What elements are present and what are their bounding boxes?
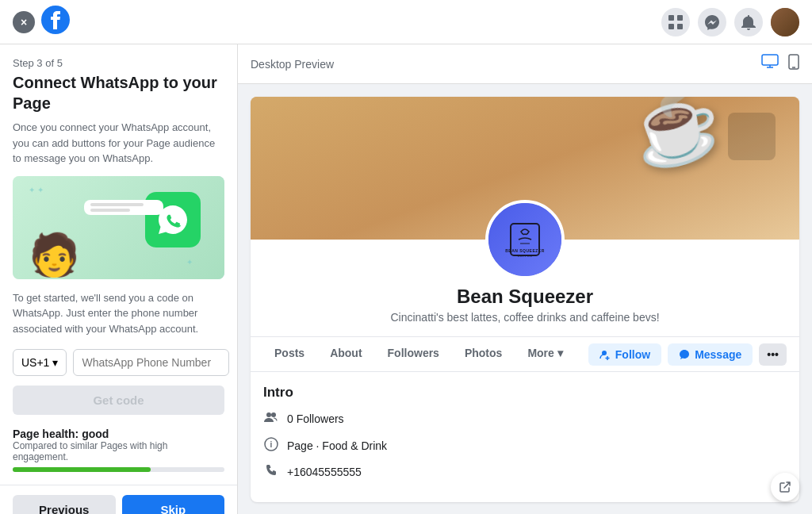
preview-header: Desktop Preview (238, 44, 812, 84)
nav-posts[interactable]: Posts (263, 337, 316, 371)
external-link-button[interactable] (771, 473, 799, 501)
user-avatar[interactable] (771, 8, 799, 36)
health-description: Compared to similar Pages with high enga… (13, 440, 224, 462)
followers-count-item: 0 Followers (263, 410, 787, 428)
nav-followers[interactable]: Followers (377, 337, 450, 371)
page-name: Bean Squeezer (457, 286, 593, 308)
chevron-more-icon: ▾ (557, 347, 563, 359)
page-actions: Follow Message ••• (588, 343, 787, 366)
right-panel: Desktop Preview ☕ (238, 44, 812, 514)
phone-number-input[interactable] (73, 349, 229, 376)
skip-button[interactable]: Skip (122, 495, 225, 514)
cover-shadow (728, 113, 776, 160)
svg-point-15 (271, 412, 276, 417)
phone-input-row: US+1 ▾ (13, 349, 224, 376)
svg-rect-4 (677, 24, 683, 29)
profile-picture: BEAN SQUEEZER COFFEE (485, 200, 565, 279)
previous-button[interactable]: Previous (13, 495, 116, 514)
svg-point-14 (266, 412, 271, 417)
panel-title: Connect WhatsApp to your Page (13, 72, 224, 113)
grid-icon-button[interactable] (661, 8, 690, 36)
preview-device-toggle (761, 54, 799, 74)
phone-item: +16045555555 (263, 464, 787, 480)
mobile-view-icon[interactable] (788, 54, 799, 74)
page-tagline: Cincinatti's best lattes, coffee drinks … (390, 311, 659, 324)
followers-icon (263, 410, 279, 428)
svg-text:COFFEE: COFFEE (517, 254, 532, 258)
followers-count: 0 Followers (287, 412, 344, 425)
intro-title: Intro (263, 385, 787, 401)
left-panel: Step 3 of 5 Connect WhatsApp to your Pag… (0, 44, 238, 514)
panel-footer: Previous Skip (0, 485, 237, 514)
health-bar-fill (13, 467, 151, 472)
page-profile-area: BEAN SQUEEZER COFFEE Bean Squeezer Cinci… (251, 240, 799, 336)
svg-text:i: i (270, 440, 273, 449)
page-phone: +16045555555 (287, 466, 362, 478)
facebook-logo (41, 6, 70, 39)
nav-left: × (13, 6, 70, 39)
intro-section: Intro 0 Followers i Page · Food & Drink (251, 372, 799, 502)
nav-more[interactable]: More ▾ (516, 337, 573, 371)
preview-title: Desktop Preview (251, 58, 334, 71)
message-button[interactable]: Message (668, 343, 753, 366)
svg-rect-3 (668, 24, 674, 29)
page-category: Page · Food & Drink (287, 439, 387, 452)
category-item: i Page · Food & Drink (263, 437, 787, 455)
chevron-down-icon: ▾ (52, 356, 58, 369)
nav-right (661, 8, 799, 36)
whatsapp-illustration: ✦ ✦ ✦ 🧑 (13, 176, 224, 279)
get-code-button[interactable]: Get code (13, 386, 224, 415)
health-bar (13, 467, 224, 472)
health-title: Page health: good (13, 428, 224, 440)
page-preview: ☕ BEAN SQUEEZER COFFEE (251, 97, 799, 502)
svg-rect-1 (668, 15, 674, 21)
svg-text:BEAN SQUEEZER: BEAN SQUEEZER (505, 248, 545, 253)
country-code-value: US+1 (21, 356, 49, 369)
follow-button[interactable]: Follow (588, 343, 661, 366)
panel-description-2: To get started, we'll send you a code on… (13, 290, 224, 337)
svg-rect-2 (677, 15, 683, 21)
close-button[interactable]: × (13, 11, 35, 33)
messenger-icon-button[interactable] (698, 8, 726, 36)
page-navigation: Posts About Followers Photos More ▾ Foll… (251, 336, 799, 372)
nav-about[interactable]: About (319, 337, 373, 371)
info-icon: i (263, 437, 279, 455)
phone-icon (263, 464, 279, 480)
panel-description: Once you connect your WhatsApp account, … (13, 120, 224, 167)
bell-icon-button[interactable] (734, 8, 763, 36)
main-content: Step 3 of 5 Connect WhatsApp to your Pag… (0, 44, 812, 514)
person-illustration: 🧑 (29, 231, 80, 279)
desktop-view-icon[interactable] (761, 54, 779, 74)
top-navigation: × (0, 0, 812, 44)
nav-photos[interactable]: Photos (454, 337, 513, 371)
svg-rect-5 (762, 55, 778, 65)
step-label: Step 3 of 5 (13, 57, 224, 69)
more-actions-button[interactable]: ••• (759, 343, 787, 366)
country-code-select[interactable]: US+1 ▾ (13, 349, 67, 376)
